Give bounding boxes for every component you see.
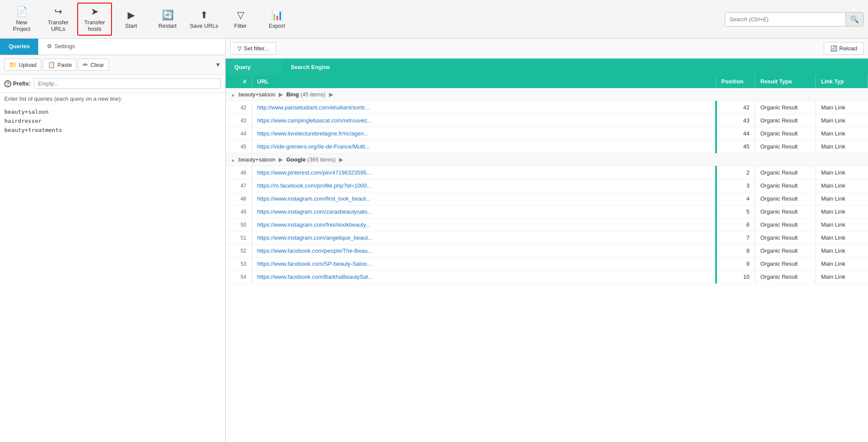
- row-link-type: Main Link: [816, 257, 868, 270]
- table-row[interactable]: 46 https://www.pinterest.com/pin/4719632…: [226, 166, 868, 179]
- row-link-type: Main Link: [816, 127, 868, 140]
- group-collapse-icon[interactable]: ▲: [231, 92, 235, 97]
- table-row[interactable]: 42 http://www.parisetudiant.com/etudiant…: [226, 101, 868, 114]
- queries-textarea[interactable]: [0, 104, 225, 442]
- row-result-type: Organic Result: [755, 257, 816, 270]
- group-count-label: (365 items): [307, 156, 335, 163]
- group-engine-label: Bing: [286, 91, 299, 98]
- row-number: 53: [226, 257, 252, 270]
- new-project-button[interactable]: 📄 New Project: [4, 3, 39, 35]
- transfer-hosts-button[interactable]: ➤ Transfer hosts: [77, 3, 112, 36]
- row-position: 3: [716, 179, 755, 192]
- paste-button[interactable]: 📋 Paste: [43, 59, 76, 71]
- search-button[interactable]: 🔍: [845, 13, 863, 26]
- restart-button[interactable]: 🔄 Restart: [150, 5, 185, 33]
- row-number: 46: [226, 166, 252, 179]
- reload-button[interactable]: 🔄 Reload: [824, 42, 864, 55]
- row-url[interactable]: https://www.facebook.com/SP-beauty-Saloo…: [252, 257, 716, 270]
- row-number: 54: [226, 270, 252, 284]
- table-header-top: Query Search Engine: [226, 59, 868, 75]
- row-url[interactable]: https://vide-greniers.org/Ile-de-France/…: [252, 140, 716, 153]
- start-button[interactable]: ▶ Start: [114, 5, 148, 33]
- row-result-type: Organic Result: [755, 270, 816, 284]
- row-position: 6: [716, 218, 755, 231]
- action-bar: 📁 Upload 📋 Paste ✏ Clear ▼: [0, 55, 225, 75]
- row-position: 43: [716, 114, 755, 127]
- prefix-input[interactable]: [34, 78, 221, 89]
- row-number: 45: [226, 140, 252, 153]
- row-url[interactable]: https://www.campinglebascat.com/retrouve…: [252, 114, 716, 127]
- upload-button[interactable]: 📁 Upload: [4, 59, 41, 71]
- row-number: 51: [226, 231, 252, 244]
- row-url[interactable]: https://www.facebook.com/people/The-Beau…: [252, 244, 716, 257]
- save-urls-icon: ⬆: [200, 10, 208, 21]
- table-row[interactable]: 52 https://www.facebook.com/people/The-B…: [226, 244, 868, 257]
- row-result-type: Organic Result: [755, 127, 816, 140]
- row-url[interactable]: https://www.facebook.com/BarkhaBeautySal…: [252, 270, 716, 284]
- table-row[interactable]: 53 https://www.facebook.com/SP-beauty-Sa…: [226, 257, 868, 270]
- table-row[interactable]: 45 https://vide-greniers.org/Ile-de-Fran…: [226, 140, 868, 153]
- set-filter-button[interactable]: ▽ Set filter...: [230, 42, 276, 55]
- row-result-type: Organic Result: [755, 205, 816, 218]
- row-url[interactable]: https://www.instagram.com/zarasbeautysal…: [252, 205, 716, 218]
- clear-button[interactable]: ✏ Clear: [78, 59, 108, 71]
- table-row[interactable]: 47 https://m.facebook.com/profile.php?id…: [226, 179, 868, 192]
- col-position: Position: [716, 75, 755, 88]
- transfer-hosts-icon: ➤: [91, 6, 99, 17]
- row-result-type: Organic Result: [755, 192, 816, 205]
- search-input[interactable]: [725, 13, 845, 25]
- tab-settings[interactable]: ⚙ Settings: [38, 39, 83, 55]
- dropdown-arrow-icon: ▼: [215, 61, 221, 68]
- row-position: 9: [716, 257, 755, 270]
- transfer-urls-icon: ↪: [54, 6, 62, 17]
- transfer-urls-button[interactable]: ↪ Transfer URLs: [41, 3, 76, 35]
- row-url[interactable]: http://www.parisetudiant.com/etudiant/so…: [252, 101, 716, 114]
- row-url[interactable]: https://www.pinterest.com/pin/4719632359…: [252, 166, 716, 179]
- group-engine-label: Google: [286, 156, 306, 163]
- row-url[interactable]: https://www.livrelecturebretagne.fr/ric/…: [252, 127, 716, 140]
- row-url[interactable]: https://m.facebook.com/profile.php?id=10…: [252, 179, 716, 192]
- row-number: 47: [226, 179, 252, 192]
- main-container: Queries ⚙ Settings 📁 Upload 📋 Paste ✏ Cl…: [0, 39, 868, 442]
- table-row[interactable]: 49 https://www.instagram.com/zarasbeauty…: [226, 205, 868, 218]
- row-link-type: Main Link: [816, 114, 868, 127]
- row-link-type: Main Link: [816, 244, 868, 257]
- table-row[interactable]: 51 https://www.instagram.com/angelique_b…: [226, 231, 868, 244]
- row-url[interactable]: https://www.instagram.com/angelique_beau…: [252, 231, 716, 244]
- group-collapse-icon[interactable]: ▲: [231, 158, 235, 162]
- row-link-type: Main Link: [816, 218, 868, 231]
- filter-button[interactable]: ▽ Filter: [223, 5, 258, 33]
- table-row[interactable]: 54 https://www.facebook.com/BarkhaBeauty…: [226, 270, 868, 284]
- table-row[interactable]: 48 https://www.instagram.com/first_look_…: [226, 192, 868, 205]
- table-row[interactable]: 43 https://www.campinglebascat.com/retro…: [226, 114, 868, 127]
- row-link-type: Main Link: [816, 179, 868, 192]
- row-url[interactable]: https://www.instagram.com/first_look_bea…: [252, 192, 716, 205]
- col-link-type: Link Typ: [816, 75, 868, 88]
- row-link-type: Main Link: [816, 192, 868, 205]
- filter-icon: ▽: [237, 10, 244, 21]
- reload-icon: 🔄: [830, 45, 837, 52]
- export-button[interactable]: 📊 Export: [260, 5, 294, 33]
- prefix-row: ? Prefix:: [0, 75, 225, 93]
- row-position: 10: [716, 270, 755, 284]
- help-icon: ?: [4, 80, 11, 87]
- table-row[interactable]: 44 https://www.livrelecturebretagne.fr/r…: [226, 127, 868, 140]
- row-position: 2: [716, 166, 755, 179]
- table-column-headers: # URL Position Result Type Link Typ: [226, 75, 868, 88]
- row-number: 44: [226, 127, 252, 140]
- right-panel: ▽ Set filter... 🔄 Reload Query Search En…: [226, 39, 868, 442]
- save-urls-button[interactable]: ⬆ Save URLs: [187, 5, 221, 33]
- table-row[interactable]: 50 https://www.instagram.com/freshlookbe…: [226, 218, 868, 231]
- row-url[interactable]: https://www.instagram.com/freshlookbeaut…: [252, 218, 716, 231]
- settings-gear-icon: ⚙: [47, 43, 52, 49]
- group-count-label: (45 items): [300, 91, 326, 98]
- tab-queries[interactable]: Queries: [0, 39, 38, 55]
- row-result-type: Organic Result: [755, 218, 816, 231]
- col-url: URL: [252, 75, 716, 88]
- row-link-type: Main Link: [816, 101, 868, 114]
- row-link-type: Main Link: [816, 166, 868, 179]
- results-table: # URL Position Result Type Link Typ: [226, 75, 868, 284]
- paste-icon: 📋: [48, 61, 55, 68]
- row-position: 45: [716, 140, 755, 153]
- row-position: 4: [716, 192, 755, 205]
